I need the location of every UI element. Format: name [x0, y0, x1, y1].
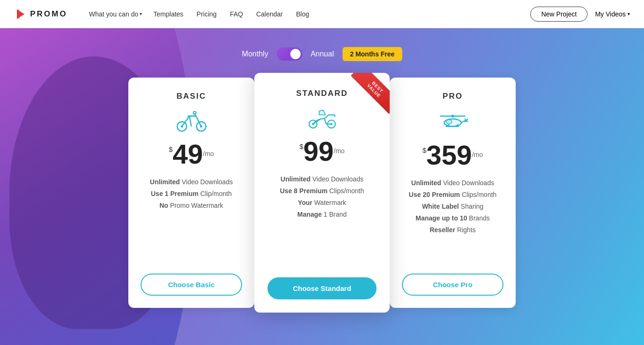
features-basic: Unlimited Video Downloads Use 1 Premium …: [141, 178, 242, 209]
feature-basic-0: Unlimited Video Downloads: [141, 178, 242, 186]
plan-card-standard: BEST VALUE STANDARD $: [254, 73, 390, 313]
new-project-button[interactable]: New Project: [530, 7, 587, 22]
svg-point-16: [446, 119, 452, 124]
bicycle-icon: [176, 109, 207, 134]
choose-pro-button[interactable]: Choose Pro: [402, 274, 503, 296]
helicopter-icon: [436, 109, 470, 135]
dollar-sign: $: [299, 142, 303, 150]
per-mo-basic: /mo: [203, 150, 214, 157]
price-standard: $ 99 /mo: [299, 138, 345, 165]
dollar-sign: $: [169, 145, 173, 153]
price-pro: $ 359 /mo: [423, 141, 483, 169]
navbar: PROMO What you can do ▾ Templates Pricin…: [0, 0, 644, 28]
nav-links: What you can do ▾ Templates Pricing FAQ …: [84, 8, 530, 21]
features-pro: Unlimited Video Downloads Use 20 Premium…: [402, 179, 503, 234]
plan-card-basic: BASIC $ 49 /mo U: [128, 78, 254, 308]
plan-name-pro: PRO: [443, 92, 463, 101]
feature-basic-1: Use 1 Premium Clip/month: [141, 190, 242, 197]
logo-text: PROMO: [30, 9, 67, 19]
dollar-sign: $: [423, 146, 426, 154]
price-amount-basic: 49: [173, 141, 203, 168]
nav-right: New Project My Videos ▾: [530, 7, 630, 22]
feature-pro-1: Use 20 Premium Clips/month: [402, 191, 503, 198]
plan-card-pro: PRO: [390, 78, 516, 308]
logo-icon: [14, 8, 27, 21]
monthly-label: Monthly: [242, 50, 268, 58]
scooter-icon: [307, 106, 338, 131]
toggle-switch[interactable]: [277, 47, 302, 61]
logo[interactable]: PROMO: [14, 8, 67, 21]
chevron-down-icon: ▾: [628, 11, 630, 16]
plan-name-standard: STANDARD: [296, 89, 348, 98]
svg-marker-1: [17, 9, 20, 19]
nav-link-blog[interactable]: Blog: [290, 8, 316, 21]
my-videos-menu[interactable]: My Videos ▾: [595, 10, 630, 18]
nav-link-faq[interactable]: FAQ: [223, 8, 250, 21]
feature-pro-3: Manage up to 10 Brands: [402, 214, 503, 222]
svg-point-12: [451, 115, 454, 118]
choose-standard-button[interactable]: Choose Standard: [267, 277, 377, 299]
nav-link-calendar[interactable]: Calendar: [250, 8, 290, 21]
per-mo-pro: /mo: [472, 151, 483, 158]
hero-section: Monthly Annual 2 Months Free BASIC: [0, 28, 644, 345]
feature-pro-4: Reseller Rights: [402, 226, 503, 234]
price-amount-standard: 99: [303, 138, 334, 165]
choose-basic-button[interactable]: Choose Basic: [141, 274, 242, 296]
feature-std-1: Use 8 Premium Clips/month: [267, 187, 377, 195]
annual-label: Annual: [311, 50, 334, 58]
toggle-knob: [291, 49, 301, 59]
plan-name-basic: BASIC: [177, 92, 206, 101]
pricing-toggle-row: Monthly Annual 2 Months Free: [242, 47, 402, 61]
nav-link-pricing[interactable]: Pricing: [190, 8, 223, 21]
months-free-badge: 2 Months Free: [342, 47, 402, 61]
chevron-down-icon: ▾: [140, 11, 142, 16]
nav-link-what[interactable]: What you can do ▾: [84, 8, 147, 21]
nav-link-templates[interactable]: Templates: [147, 8, 190, 21]
svg-point-6: [193, 111, 196, 114]
features-standard: Unlimited Video Downloads Use 8 Premium …: [267, 175, 377, 218]
price-basic: $ 49 /mo: [169, 141, 214, 168]
feature-std-0: Unlimited Video Downloads: [267, 175, 377, 183]
pricing-cards: BASIC $ 49 /mo U: [128, 73, 516, 313]
feature-pro-2: White Label Sharing: [402, 203, 503, 210]
feature-std-2: Your Watermark: [267, 199, 377, 206]
feature-basic-2: No Promo Watermark: [141, 202, 242, 209]
feature-std-3: Manage 1 Brand: [267, 211, 377, 218]
per-mo-standard: /mo: [334, 147, 345, 155]
feature-pro-0: Unlimited Video Downloads: [402, 179, 503, 187]
price-amount-pro: 359: [426, 141, 472, 169]
